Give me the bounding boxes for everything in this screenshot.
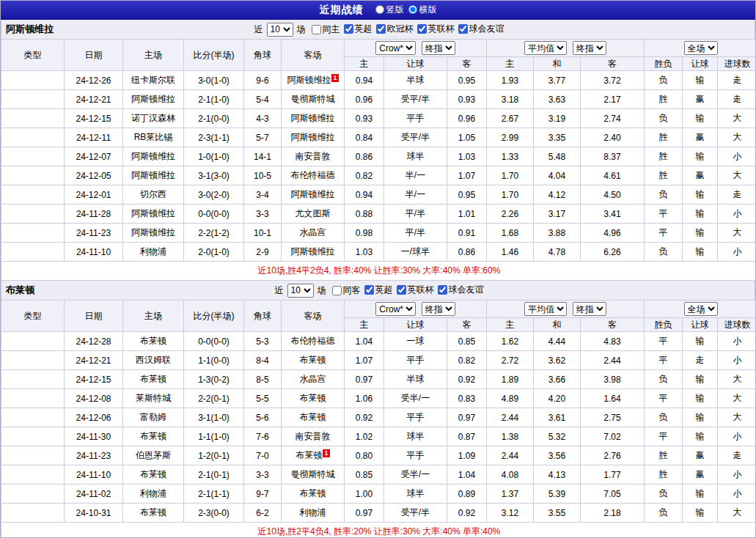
col-home: 主场: [123, 40, 184, 71]
away-team-cell: 阿斯顿维拉: [282, 128, 345, 147]
league-filter[interactable]: 英超: [344, 23, 373, 35]
league-filter[interactable]: 球会友谊: [458, 23, 504, 35]
subcolumn-header: 让球: [384, 57, 447, 71]
avg-home-cell: 1.93: [487, 71, 534, 90]
result-goals-cell: 走: [718, 185, 756, 204]
odds-kind-select[interactable]: 终指: [422, 41, 455, 55]
odds-away-cell: 1.05: [447, 128, 487, 147]
date-cell: 24-12-01: [65, 185, 123, 204]
result-goals-cell: 小: [718, 484, 756, 504]
league-cell: 英超: [1, 446, 65, 465]
filter-bar: 近 10 场 同客 英超英联杯球会友谊: [273, 284, 484, 298]
layout-radio[interactable]: [408, 5, 417, 14]
odds-away-cell: 0.87: [447, 427, 487, 446]
subcolumn-header: 客: [447, 318, 487, 332]
table-header-row: 类型 日期 主场 比分(半场) 角球 客场 Crow* 终指 平均值 终指: [1, 40, 756, 57]
avg-away-cell: 6.26: [581, 243, 645, 262]
league-checkbox[interactable]: [397, 285, 406, 295]
league-filter-label: 英超: [375, 284, 393, 296]
avg-source-select[interactable]: 平均值: [524, 302, 567, 316]
home-team-cell: 阿斯顿维拉: [123, 204, 184, 224]
avg-home-cell: 2.26: [487, 204, 534, 224]
result-goals-cell: 走: [718, 90, 756, 109]
league-filter[interactable]: 英联杯: [417, 23, 455, 35]
subcolumn-header: 客: [581, 57, 645, 71]
subcolumn-header: 客: [581, 318, 645, 332]
league-filter-label: 英超: [355, 23, 373, 35]
same-venue-checkbox[interactable]: [332, 286, 342, 295]
odds-source-select[interactable]: Crow*: [375, 302, 416, 316]
layout-radio[interactable]: [375, 5, 384, 14]
avg-kind-select[interactable]: 终指: [573, 302, 606, 316]
avg-away-cell: 2.76: [581, 446, 645, 465]
date-cell: 24-10-31: [65, 504, 123, 523]
result-handicap-cell: 输: [683, 332, 718, 351]
league-checkbox[interactable]: [458, 24, 468, 34]
team-name: 阿斯顿维拉: [6, 23, 54, 36]
date-cell: 24-11-23: [65, 446, 123, 465]
avg-source-select[interactable]: 平均值: [524, 41, 567, 55]
result-handicap-cell: 输: [683, 204, 718, 224]
score-cell: 2-1(0-0): [184, 109, 244, 128]
corner-cell: 9-6: [244, 71, 282, 90]
avg-home-cell: 1.46: [487, 243, 534, 262]
layout-option[interactable]: 竖版: [375, 4, 404, 16]
league-filter[interactable]: 欧冠杯: [376, 23, 414, 35]
league-filter[interactable]: 球会友谊: [438, 284, 484, 296]
league-cell: 英超: [1, 166, 65, 185]
date-cell: 24-12-08: [65, 389, 123, 408]
odds-home-cell: 0.97: [345, 370, 384, 389]
match-count-select[interactable]: 10: [287, 284, 314, 298]
home-team-cell: RB莱比锡: [123, 128, 184, 147]
match-row: 英超24-12-06富勒姆3-1(1-0)5-6布莱顿0.92平手0.972.4…: [1, 408, 756, 427]
league-cell: 英超: [1, 243, 65, 262]
full-scope-select[interactable]: 全场: [684, 302, 718, 316]
league-checkbox[interactable]: [417, 24, 427, 34]
league-checkbox[interactable]: [344, 24, 353, 34]
league-filter[interactable]: 英联杯: [397, 284, 434, 296]
score-cell: 2-2(0-1): [184, 389, 244, 408]
team-label: 阿斯顿维拉: [131, 208, 175, 218]
odds-home-cell: 0.94: [345, 71, 384, 90]
odds-source-select[interactable]: Crow*: [375, 41, 416, 55]
match-count-select[interactable]: 10: [267, 23, 293, 37]
team-label: 曼彻斯特城: [291, 94, 335, 104]
avg-draw-cell: 3.61: [534, 408, 581, 427]
corner-cell: 8-5: [244, 370, 282, 389]
avg-away-cell: 4.61: [581, 166, 645, 185]
col-date: 日期: [65, 40, 123, 71]
avg-home-cell: 3.18: [487, 90, 534, 109]
score-cell: 2-1(0-1): [184, 465, 244, 484]
odds-away-cell: 0.89: [447, 484, 487, 504]
summary-row: 近10场,胜2平4负4, 胜率:20% 让胜率:30% 大率:40% 单率:40…: [1, 523, 756, 538]
avg-draw-cell: 5.48: [534, 147, 581, 166]
avg-kind-select[interactable]: 终指: [573, 41, 606, 55]
match-row: 英超24-11-30布莱顿1-1(1-0)7-6南安普敦1.02球半0.871.…: [1, 427, 756, 446]
avg-away-cell: 4.83: [581, 332, 645, 351]
league-checkbox[interactable]: [364, 285, 374, 295]
league-checkbox[interactable]: [376, 24, 386, 34]
team-label: 阿斯顿维拉: [131, 94, 175, 104]
home-team-cell: 伯恩茅斯: [123, 446, 184, 465]
same-venue-filter[interactable]: 同客: [332, 284, 361, 297]
odds-home-cell: 1.07: [345, 351, 384, 370]
league-checkbox[interactable]: [438, 285, 447, 295]
team-label: 阿斯顿维拉: [131, 227, 175, 237]
odds-kind-select[interactable]: 终指: [422, 302, 455, 316]
odds-home-cell: 0.86: [345, 147, 384, 166]
away-team-cell: 尤文图斯: [282, 204, 345, 224]
away-team-cell: 水晶宫: [282, 370, 345, 389]
same-venue-checkbox[interactable]: [312, 25, 321, 34]
avg-away-cell: 2.17: [581, 90, 645, 109]
odds-home-cell: 1.06: [345, 389, 384, 408]
same-venue-filter[interactable]: 同主: [312, 23, 340, 36]
result-outcome-cell: 平: [645, 351, 683, 370]
avg-away-cell: 2.75: [581, 408, 645, 427]
layout-option[interactable]: 横版: [408, 4, 437, 16]
result-outcome-cell: 平: [645, 389, 683, 408]
league-filter[interactable]: 英超: [364, 284, 393, 296]
full-scope-select[interactable]: 全场: [684, 41, 718, 55]
result-goals-cell: 走: [718, 446, 756, 465]
col-away: 客场: [282, 301, 345, 332]
result-handicap-cell: 输: [683, 243, 718, 262]
